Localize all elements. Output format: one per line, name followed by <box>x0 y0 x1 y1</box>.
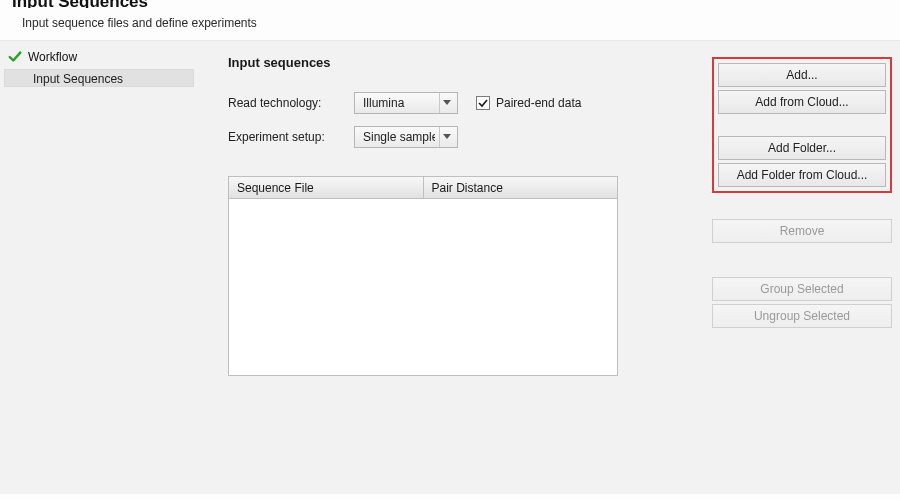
main-panel: Input sequences Read technology: Illumin… <box>198 41 900 494</box>
actions-panel: Add... Add from Cloud... Add Folder... A… <box>712 57 892 328</box>
add-folder-button[interactable]: Add Folder... <box>718 136 886 160</box>
check-icon <box>8 50 22 64</box>
paired-end-label: Paired-end data <box>496 96 581 110</box>
remove-group: Remove <box>712 219 892 243</box>
chevron-down-icon <box>439 127 453 147</box>
experiment-setup-label: Experiment setup: <box>228 130 346 144</box>
group-selected-button[interactable]: Group Selected <box>712 277 892 301</box>
add-button[interactable]: Add... <box>718 63 886 87</box>
add-buttons-highlight: Add... Add from Cloud... Add Folder... A… <box>712 57 892 193</box>
chevron-down-icon <box>439 93 453 113</box>
add-from-cloud-button[interactable]: Add from Cloud... <box>718 90 886 114</box>
experiment-setup-value: Single sample <box>363 130 435 144</box>
table-header: Sequence File Pair Distance <box>229 177 617 199</box>
sequence-files-table[interactable]: Sequence File Pair Distance <box>228 176 618 376</box>
read-technology-select[interactable]: Illumina <box>354 92 458 114</box>
experiment-setup-select[interactable]: Single sample <box>354 126 458 148</box>
grouping-group: Group Selected Ungroup Selected <box>712 277 892 328</box>
col-pair-distance[interactable]: Pair Distance <box>424 177 618 199</box>
ungroup-selected-button[interactable]: Ungroup Selected <box>712 304 892 328</box>
workflow-root-item[interactable]: Workflow <box>4 47 194 67</box>
add-folder-from-cloud-button[interactable]: Add Folder from Cloud... <box>718 163 886 187</box>
page-title: Input Sequences <box>12 0 888 8</box>
page-subtitle: Input sequence files and define experime… <box>22 16 888 30</box>
remove-button[interactable]: Remove <box>712 219 892 243</box>
workflow-nav: Workflow Input Sequences <box>0 41 198 494</box>
checkbox-icon <box>476 96 490 110</box>
read-technology-label: Read technology: <box>228 96 346 110</box>
workflow-step-label: Input Sequences <box>33 72 123 86</box>
read-technology-value: Illumina <box>363 96 435 110</box>
workflow-step-input-sequences[interactable]: Input Sequences <box>4 69 194 87</box>
table-body-empty <box>229 199 617 375</box>
workflow-root-label: Workflow <box>28 50 77 64</box>
col-sequence-file[interactable]: Sequence File <box>229 177 424 199</box>
dialog-body: Workflow Input Sequences Input sequences… <box>0 40 900 494</box>
dialog-header: Input Sequences Input sequence files and… <box>0 0 900 40</box>
paired-end-checkbox[interactable]: Paired-end data <box>476 96 581 110</box>
